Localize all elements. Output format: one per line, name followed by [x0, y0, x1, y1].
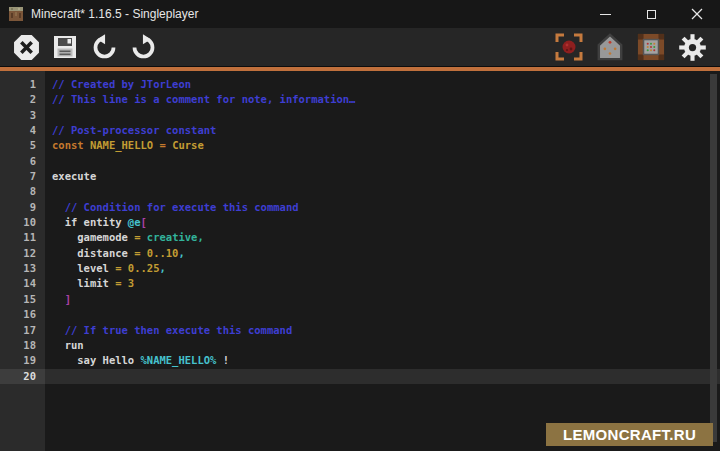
code-editor[interactable]: 1// Created by JTorLeon2// This line is … [0, 71, 720, 451]
close-icon [691, 8, 703, 20]
toolbar-right-group [554, 32, 707, 62]
code-line[interactable]: 17 // If true then execute this command [0, 323, 720, 338]
code-line[interactable]: 16 [0, 307, 720, 322]
code-text: run [52, 338, 84, 353]
line-number: 16 [0, 307, 36, 322]
code-line[interactable]: 5const NAME_HELLO = Curse [0, 138, 720, 153]
crafting-grid-button[interactable] [636, 32, 666, 62]
code-text: say Hello %NAME_HELLO% ! [52, 353, 229, 368]
code-line[interactable]: 10 if entity @e[ [0, 215, 720, 230]
code-text: level = 0..25, [52, 261, 166, 276]
line-number: 20 [0, 369, 36, 384]
code-text: const NAME_HELLO = Curse [52, 138, 204, 153]
undo-icon [91, 34, 118, 61]
code-line[interactable]: 15 ] [0, 292, 720, 307]
minimize-button[interactable] [582, 0, 628, 28]
redstone-target-icon [554, 32, 584, 62]
line-number: 7 [0, 169, 36, 184]
save-button[interactable] [50, 32, 80, 62]
code-text: if entity @e[ [52, 215, 147, 230]
window-controls [582, 0, 720, 28]
line-number: 3 [0, 108, 36, 123]
structure-home-icon [596, 33, 624, 61]
line-number: 13 [0, 261, 36, 276]
redo-button[interactable] [128, 32, 158, 62]
line-number: 19 [0, 353, 36, 368]
line-number: 1 [0, 77, 36, 92]
code-text: ] [52, 292, 71, 307]
line-number: 12 [0, 246, 36, 261]
code-line[interactable]: 11 gamemode = creative, [0, 230, 720, 245]
code-text: // Post-processor constant [52, 123, 216, 138]
watermark-badge: LEMONCRAFT.RU [546, 423, 713, 446]
line-number: 8 [0, 184, 36, 199]
line-number: 9 [0, 200, 36, 215]
line-number: 11 [0, 230, 36, 245]
line-number: 5 [0, 138, 36, 153]
code-text: // This line is a comment for note, info… [52, 92, 355, 107]
code-line[interactable]: 19 say Hello %NAME_HELLO% ! [0, 353, 720, 368]
line-number: 6 [0, 154, 36, 169]
code-lines: 1// Created by JTorLeon2// This line is … [0, 71, 720, 384]
code-line[interactable]: 6 [0, 154, 720, 169]
code-line[interactable]: 18 run [0, 338, 720, 353]
watermark-label: LEMONCRAFT.RU [563, 426, 696, 443]
minecraft-grass-block-icon [9, 7, 23, 21]
crafting-grid-icon [637, 33, 665, 61]
close-file-icon [13, 34, 40, 61]
close-button[interactable] [674, 0, 720, 28]
code-line[interactable]: 1// Created by JTorLeon [0, 77, 720, 92]
save-icon [53, 35, 77, 59]
line-number: 4 [0, 123, 36, 138]
window-title: Minecraft* 1.16.5 - Singleplayer [31, 7, 198, 21]
toolbar-left-group [11, 32, 158, 62]
code-line[interactable]: 7execute [0, 169, 720, 184]
redstone-target-button[interactable] [554, 32, 584, 62]
toolbar [0, 28, 720, 66]
code-line[interactable]: 12 distance = 0..10, [0, 246, 720, 261]
code-line[interactable]: 9 // Condition for execute this command [0, 200, 720, 215]
code-line[interactable]: 3 [0, 108, 720, 123]
line-number: 17 [0, 323, 36, 338]
maximize-button[interactable] [628, 0, 674, 28]
code-text: limit = 3 [52, 276, 134, 291]
redo-icon [130, 34, 157, 61]
line-number: 18 [0, 338, 36, 353]
code-line[interactable]: 2// This line is a comment for note, inf… [0, 92, 720, 107]
structure-home-button[interactable] [595, 32, 625, 62]
code-line[interactable]: 8 [0, 184, 720, 199]
code-text: // Created by JTorLeon [52, 77, 191, 92]
code-text: execute [52, 169, 96, 184]
line-number: 14 [0, 276, 36, 291]
code-text: // Condition for execute this command [52, 200, 299, 215]
settings-button[interactable] [677, 32, 707, 62]
vertical-scrollbar[interactable] [710, 74, 717, 442]
minimize-icon [600, 14, 611, 15]
code-line[interactable]: 14 limit = 3 [0, 276, 720, 291]
code-line[interactable]: 13 level = 0..25, [0, 261, 720, 276]
close-file-button[interactable] [11, 32, 41, 62]
maximize-icon [647, 10, 656, 19]
titlebar: Minecraft* 1.16.5 - Singleplayer [0, 0, 720, 28]
code-text: distance = 0..10, [52, 246, 185, 261]
code-line[interactable]: 4// Post-processor constant [0, 123, 720, 138]
code-line[interactable]: 20 [0, 369, 720, 384]
code-text: // If true then execute this command [52, 323, 292, 338]
code-text: gamemode = creative, [52, 230, 204, 245]
undo-button[interactable] [89, 32, 119, 62]
line-number: 15 [0, 292, 36, 307]
line-number: 2 [0, 92, 36, 107]
settings-gear-icon [678, 33, 707, 62]
line-number: 10 [0, 215, 36, 230]
